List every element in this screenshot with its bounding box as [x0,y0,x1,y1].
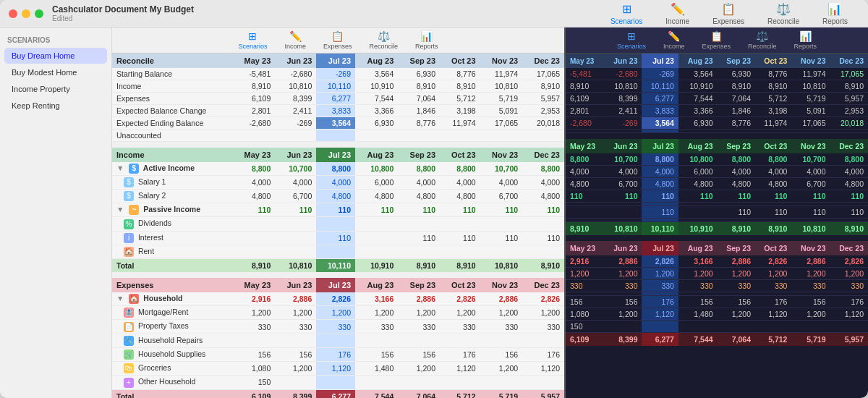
maximize-button[interactable] [35,9,43,18]
right-toolbar-reports[interactable]: 📊 Reports [786,29,826,51]
extotal-aug: 7,544 [355,389,398,398]
exh-jul: Jul 23 [316,278,355,292]
unacc-dec [522,130,564,142]
right-toolbar-reconcile[interactable]: ⚖️ Reconcile [739,29,786,51]
expenses-icon: 📋 [721,2,736,16]
supplies-icon: 🛒 [124,350,134,360]
sidebar-item-buy-dream-home[interactable]: Buy Dream Home [4,48,107,64]
dhs-oct: 176 [755,295,791,308]
ih-may: May 23 [232,148,275,162]
right-toolbar-scenarios[interactable]: ⊞ Scenarios [608,29,655,51]
mort-may: 1,200 [232,306,275,320]
dptax-nov: 330 [791,279,830,292]
dexp-nov: 5,719 [791,93,830,105]
rh-nov: Nov 23 [480,54,523,68]
groc-sep: 1,200 [398,362,440,376]
left-toolbar-reports[interactable]: 📊 Reports [407,29,447,51]
reconcile-title: Reconcile [112,54,232,68]
dark-pi-row: 110 110 110 110 110 110 110 110 [566,190,868,202]
groceries-icon: 🛍 [124,363,134,373]
dr-aug: Aug 23 [678,54,718,68]
left-toolbar-reconcile[interactable]: ⚖️ Reconcile [361,29,407,51]
right-toolbar-expenses[interactable]: 📋 Expenses [693,29,739,51]
dark-expenses-header: May 23 Jun 23 Jul 23 Aug 23 Sep 23 Oct 2… [566,241,868,255]
dinc-jul: 10,110 [642,80,678,93]
toolbar-expenses[interactable]: 📋 Expenses [701,0,756,28]
dark-exp-row: 6,109 8,399 6,277 7,544 7,064 5,712 5,71… [566,93,868,105]
dgroc-aug: 1,480 [678,308,718,320]
ds2-jul: 4,800 [642,177,678,190]
sidebar-item-keep-renting[interactable]: Keep Renting [4,98,107,114]
lt-income-icon: ✏️ [289,30,302,42]
ditotal-sep: 8,910 [718,221,755,235]
dhh-oct: 2,826 [755,255,791,268]
pi-oct: 110 [440,203,480,217]
reconcile-section-header: Reconcile May 23 Jun 23 Jul 23 Aug 23 Se… [112,54,564,68]
int-nov: 110 [480,231,523,245]
rh-dec: Dec 23 [522,54,564,68]
collapse-active-icon[interactable]: ▼ [116,164,124,172]
eeb-oct: 11,974 [440,117,480,130]
hh-oct: 2,826 [440,292,480,306]
inc-dec: 8,910 [522,80,564,93]
left-toolbar-income[interactable]: ✏️ Income [276,29,315,51]
groc-label: 🛍 Groceries [112,362,232,376]
expenses-row: Expenses 6,109 8,399 6,277 7,544 7,064 5… [112,93,564,105]
sidebar-item-label: Buy Dream Home [12,51,75,60]
pi-nov: 110 [480,203,523,217]
sb-sep: 6,930 [398,68,440,80]
oh-jul [316,376,355,389]
pi-aug: 110 [355,203,398,217]
exp-jun: 8,399 [275,93,316,105]
sidebar-item-buy-modest-home[interactable]: Buy Modest Home [4,64,107,80]
lt-scenarios-label: Scenarios [238,43,267,50]
dgroc-oct: 1,120 [755,308,791,320]
ai-label: ▼ $ Active Income [112,162,232,176]
extotal-nov: 5,719 [480,389,523,398]
debc-oct: 3,198 [755,105,791,117]
int-may [232,231,275,245]
reports-label: Reports [822,17,848,25]
ditotal-oct: 8,910 [755,221,791,235]
passive-income-icon: ~ [129,205,139,215]
toolbar-reconcile[interactable]: ⚖️ Reconcile [756,0,811,28]
sidebar-item-buy-income-property[interactable]: Income Property [4,81,107,97]
left-toolbar-scenarios[interactable]: ⊞ Scenarios [229,29,276,51]
hs-dec: 176 [522,347,564,361]
ai-may: 8,800 [232,162,275,176]
ds2-aug: 4,800 [678,177,718,190]
dinc-nov: 10,810 [791,80,830,93]
dinc-oct: 8,910 [755,80,791,93]
collapse-household-icon[interactable]: ▼ [116,294,124,302]
dark-inc-row: 8,910 10,810 10,110 10,910 8,910 8,910 1… [566,80,868,93]
left-toolbar: ⊞ Scenarios ✏️ Income 📋 Expenses ⚖️ Reco… [112,27,564,54]
dexh-aug: Aug 23 [678,241,718,255]
minimize-button[interactable] [22,9,30,18]
toolbar-reports[interactable]: 📊 Reports [811,0,859,28]
toolbar-scenarios[interactable]: ⊞ Scenarios [599,0,654,28]
toolbar-income[interactable]: ✏️ Income [654,0,701,28]
dr-jun: Jun 23 [605,54,642,68]
dptax-oct: 330 [755,279,791,292]
s2-nov: 6,700 [480,189,523,203]
div-jul [316,217,355,231]
div-may [232,217,275,231]
lt-reports-label: Reports [415,43,438,50]
hs-may: 156 [232,347,275,361]
left-toolbar-expenses[interactable]: 📋 Expenses [315,29,361,51]
rt-income-label: Income [663,43,685,50]
dextotal-jun: 8,399 [605,332,642,346]
right-toolbar-income[interactable]: ✏️ Income [655,29,694,51]
rent-jul [316,245,355,258]
ds2-sep: 4,800 [718,177,755,190]
dhh-dec: 2,826 [830,255,868,268]
close-button[interactable] [9,9,17,18]
dark-eeb-row: -2,680 -269 3,564 6,930 8,776 11,974 17,… [566,117,868,130]
dhs-sep: 156 [718,295,755,308]
extotal-jul: 6,277 [316,389,355,398]
lt-expenses-icon: 📋 [331,30,344,42]
dhs-aug: 156 [678,295,718,308]
di-nov: Nov 23 [791,139,830,153]
sb-may: -5,481 [232,68,275,80]
collapse-passive-icon[interactable]: ▼ [116,205,124,213]
